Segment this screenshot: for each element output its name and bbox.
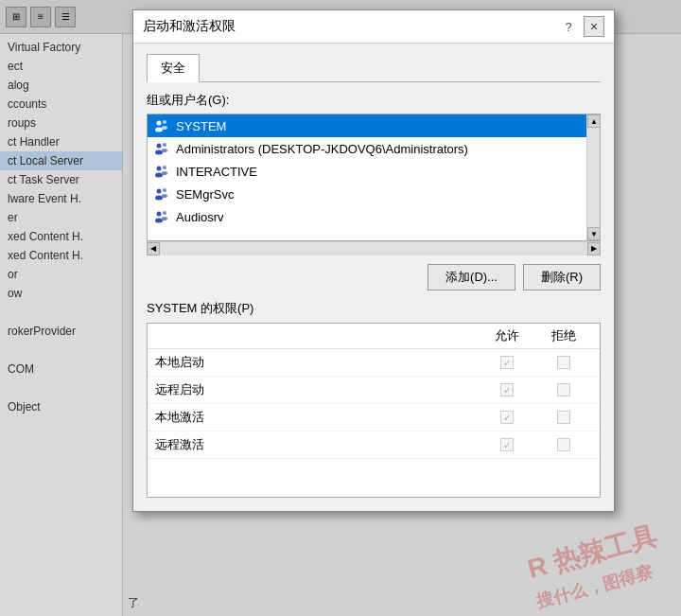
checkbox-deny-remote-activate[interactable]	[557, 438, 570, 451]
perm-deny-local-activate	[535, 411, 592, 424]
svg-point-15	[162, 194, 167, 198]
user-name-semgrsvc: SEMgrSvc	[176, 187, 234, 202]
dialog-controls: ? ×	[561, 16, 604, 37]
user-icon-interactive	[153, 163, 170, 180]
svg-point-11	[162, 171, 167, 175]
checkbox-deny-local-launch[interactable]	[557, 356, 570, 369]
h-scroll-track	[160, 242, 587, 255]
scroll-up-arrow[interactable]: ▲	[587, 114, 601, 128]
add-button[interactable]: 添加(D)...	[428, 264, 515, 290]
svg-point-13	[155, 196, 163, 201]
remove-button[interactable]: 删除(R)	[523, 264, 601, 290]
perm-allow-local-launch: ✓	[479, 356, 535, 369]
svg-point-19	[162, 217, 167, 220]
svg-point-18	[163, 211, 166, 215]
close-button[interactable]: ×	[584, 16, 604, 37]
svg-point-14	[163, 188, 166, 192]
user-item-system[interactable]: SYSTEM	[148, 114, 600, 137]
svg-point-2	[163, 120, 166, 124]
permissions-label: SYSTEM 的权限(P)	[147, 300, 601, 317]
perm-deny-local-launch	[535, 356, 592, 369]
checkbox-deny-remote-launch[interactable]	[557, 383, 570, 396]
svg-point-7	[162, 149, 167, 152]
help-button[interactable]: ?	[561, 19, 576, 34]
perm-name-local-activate: 本地激活	[155, 409, 479, 426]
perm-name-remote-activate: 远程激活	[155, 436, 479, 453]
launch-activation-dialog: 启动和激活权限 ? × 安全 组或用户名(G):	[132, 9, 615, 512]
scroll-track	[587, 128, 600, 227]
user-name-system: SYSTEM	[176, 119, 226, 133]
user-item-admins[interactable]: Administrators (DESKTOP-JKDOVQ6\Administ…	[148, 137, 600, 160]
user-list: SYSTEM Administrators (DESKTOP-JKDOVQ6\A…	[148, 114, 600, 228]
svg-point-4	[157, 144, 162, 149]
svg-point-1	[155, 128, 163, 132]
user-list-container: SYSTEM Administrators (DESKTOP-JKDOVQ6\A…	[147, 114, 601, 241]
perm-col-allow-header: 允许	[479, 327, 535, 344]
user-icon-system	[153, 117, 170, 134]
h-scroll-bar: ◀ ▶	[147, 241, 601, 255]
h-scroll-left[interactable]: ◀	[147, 242, 160, 255]
list-scrollbar: ▲ ▼	[586, 114, 600, 240]
svg-point-0	[157, 121, 162, 126]
svg-point-8	[157, 167, 162, 171]
user-item-audiosrv[interactable]: Audiosrv	[148, 205, 600, 228]
perm-header: 允许 拒绝	[148, 324, 600, 349]
perm-allow-remote-launch: ✓	[479, 383, 535, 396]
perm-name-remote-launch: 远程启动	[155, 381, 479, 398]
tab-bar: 安全	[147, 53, 601, 82]
h-scroll-right[interactable]: ▶	[587, 242, 601, 255]
user-name-admins: Administrators (DESKTOP-JKDOVQ6\Administ…	[176, 142, 468, 156]
user-icon-audiosrv	[153, 208, 170, 225]
svg-point-16	[157, 212, 162, 217]
user-item-interactive[interactable]: INTERACTIVE	[148, 160, 600, 183]
perm-col-name-header	[155, 327, 479, 344]
svg-point-6	[163, 143, 166, 147]
perm-row-remote-launch: 远程启动 ✓	[148, 377, 600, 404]
scroll-down-arrow[interactable]: ▼	[587, 227, 601, 240]
user-icon-admins	[153, 140, 170, 157]
perm-deny-remote-activate	[535, 438, 592, 451]
user-buttons-row: 添加(D)... 删除(R)	[147, 264, 601, 290]
checkbox-allow-local-activate[interactable]: ✓	[500, 411, 514, 424]
user-icon-semgrsvc	[153, 185, 170, 202]
perm-table-empty	[148, 459, 600, 497]
perm-allow-local-activate: ✓	[479, 411, 535, 424]
dialog-title: 启动和激活权限	[143, 18, 236, 35]
checkbox-allow-remote-activate[interactable]: ✓	[500, 438, 514, 451]
svg-point-5	[155, 150, 163, 155]
checkbox-deny-local-activate[interactable]	[557, 411, 570, 424]
tab-security[interactable]: 安全	[147, 54, 200, 82]
perm-deny-remote-launch	[535, 383, 592, 396]
group-label: 组或用户名(G):	[147, 92, 601, 109]
perm-row-remote-activate: 远程激活 ✓	[148, 431, 600, 459]
user-name-interactive: INTERACTIVE	[176, 165, 257, 179]
perm-allow-remote-activate: ✓	[479, 438, 535, 451]
perm-name-local-launch: 本地启动	[155, 354, 479, 371]
checkbox-allow-remote-launch[interactable]: ✓	[500, 383, 514, 396]
checkbox-allow-local-launch[interactable]: ✓	[500, 356, 514, 369]
user-name-audiosrv: Audiosrv	[176, 210, 224, 224]
svg-point-12	[157, 189, 162, 194]
dialog-titlebar: 启动和激活权限 ? ×	[133, 10, 614, 44]
svg-point-9	[155, 173, 163, 178]
perm-row-local-launch: 本地启动 ✓	[148, 349, 600, 377]
perm-col-deny-header: 拒绝	[535, 327, 592, 344]
dialog-body: 安全 组或用户名(G): SYSTEM	[133, 44, 614, 511]
perm-row-local-activate: 本地激活 ✓	[148, 404, 600, 431]
permissions-table: 允许 拒绝 本地启动 ✓ 远程启动 ✓	[147, 323, 601, 498]
user-item-semgrsvc[interactable]: SEMgrSvc	[148, 183, 600, 205]
svg-point-17	[155, 219, 163, 223]
svg-point-3	[162, 126, 167, 130]
svg-point-10	[163, 166, 166, 169]
